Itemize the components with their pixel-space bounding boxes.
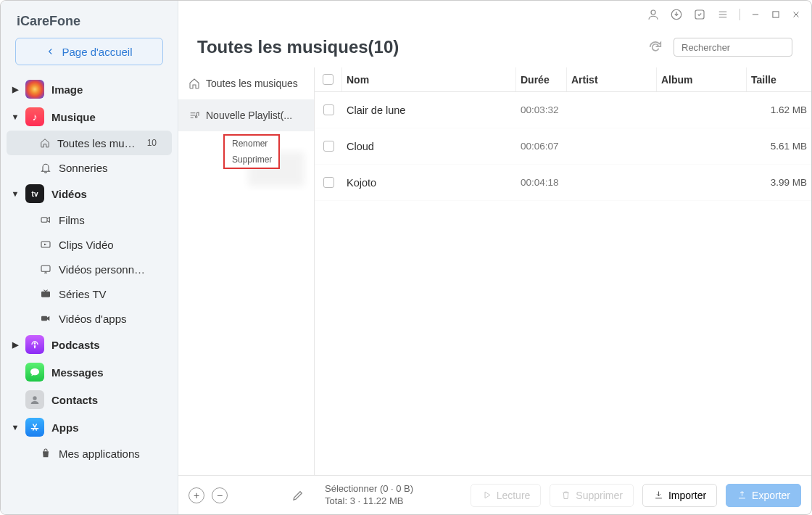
table-header: Nom Durée Artist Album Taille — [315, 67, 811, 92]
search-input[interactable] — [682, 42, 803, 53]
footer: + − Sélectionner (0 · 0 B) Total: 3 · 11… — [178, 475, 811, 514]
feedback-icon[interactable] — [693, 8, 706, 21]
search-box[interactable] — [674, 38, 792, 57]
close-icon[interactable] — [791, 9, 801, 20]
edit-icon[interactable] — [291, 489, 304, 502]
col-album[interactable]: Album — [657, 67, 747, 91]
col-nom[interactable]: Nom — [342, 67, 516, 91]
sidebar-item-videos-perso[interactable]: Vidéos personnell... — [1, 257, 178, 281]
table-body: Clair de lune00:03:321.62 MBCloud00:06:0… — [315, 92, 811, 475]
sidebar-item-series[interactable]: Séries TV — [1, 281, 178, 306]
table-row[interactable]: Clair de lune00:03:321.62 MB — [315, 92, 811, 128]
count-badge: 10 — [144, 138, 160, 148]
page-title: Toutes les musiques(10) — [197, 37, 399, 57]
play-icon — [481, 490, 492, 500]
export-button[interactable]: Exporter — [726, 484, 801, 507]
button-label: Lecture — [497, 490, 531, 501]
minimize-icon[interactable] — [750, 9, 761, 20]
sidebar-item-contacts[interactable]: Contacts — [1, 386, 178, 413]
row-checkbox[interactable] — [323, 141, 334, 152]
svg-rect-3 — [41, 292, 50, 297]
home-button[interactable]: Page d'accueil — [15, 38, 163, 65]
download-icon[interactable] — [670, 8, 683, 21]
separator — [740, 9, 740, 20]
import-button[interactable]: Importer — [642, 484, 717, 507]
refresh-icon[interactable] — [647, 39, 663, 55]
svg-point-12 — [195, 116, 197, 118]
button-label: Supprimer — [576, 490, 623, 501]
sidebar-item-films[interactable]: Films — [1, 207, 178, 232]
home-icon — [188, 78, 200, 89]
remove-playlist-button[interactable]: − — [212, 487, 228, 503]
maximize-icon[interactable] — [771, 9, 781, 20]
sidebar-item-apps[interactable]: Apps — [1, 413, 178, 441]
sidebar-item-messages[interactable]: Messages — [1, 358, 178, 386]
content: Toutes les musiques Nouvelle Playlist(..… — [178, 67, 811, 475]
table-row[interactable]: Cloud00:06:075.61 MB — [315, 128, 811, 165]
sidebar-item-videos[interactable]: tv Vidéos — [1, 180, 178, 207]
nav: Image ♪ Musique Toutes les musiq... 10 S… — [1, 75, 178, 514]
sidebar-item-label: Vidéos d'apps — [59, 313, 127, 325]
sidebar-item-label: Clips Vidéo — [59, 239, 114, 251]
sidebar-item-videos-apps[interactable]: Vidéos d'apps — [1, 306, 178, 331]
sidebar-item-label: Films — [59, 214, 85, 226]
sidebar-item-label: Image — [51, 83, 83, 96]
cell-nom: Cloud — [342, 141, 516, 152]
sidebar-item-podcasts[interactable]: Podcasts — [1, 331, 178, 358]
cell-taille: 5.61 MB — [747, 141, 811, 152]
camera-icon — [40, 313, 51, 324]
play-button[interactable]: Lecture — [471, 484, 542, 507]
sidebar-item-clips[interactable]: Clips Vidéo — [1, 232, 178, 257]
footer-actions: Sélectionner (0 · 0 B) Total: 3 · 11.22 … — [315, 483, 811, 508]
add-playlist-button[interactable]: + — [188, 487, 204, 503]
button-label: Importer — [668, 490, 706, 501]
table-row[interactable]: Kojoto00:04:183.99 MB — [315, 165, 811, 201]
menu-icon[interactable] — [716, 8, 729, 21]
sidebar-item-musique[interactable]: ♪ Musique — [1, 103, 178, 131]
music-icon: ♪ — [25, 107, 44, 126]
bag-icon — [40, 448, 51, 459]
row-checkbox[interactable] — [323, 104, 334, 115]
sidebar-item-sonneries[interactable]: Sonneries — [1, 155, 178, 180]
camera-icon — [40, 214, 51, 226]
sidebar-item-label: Mes applications — [59, 448, 140, 460]
cell-nom: Clair de lune — [342, 104, 516, 116]
app-title: iCareFone — [1, 1, 178, 38]
export-icon — [737, 490, 747, 500]
expand-icon — [12, 340, 18, 350]
clip-icon — [40, 239, 51, 250]
col-artist[interactable]: Artist — [567, 67, 657, 91]
col-duree[interactable]: Durée — [516, 67, 567, 91]
appstore-icon — [25, 418, 44, 437]
podcasts-icon — [25, 335, 44, 354]
row-checkbox[interactable] — [323, 177, 334, 188]
home-icon — [40, 137, 50, 149]
user-icon[interactable] — [647, 8, 660, 21]
titlebar — [647, 8, 801, 21]
context-menu-rename[interactable]: Renomer — [225, 136, 278, 152]
sidebar-item-mes-apps[interactable]: Mes applications — [1, 441, 178, 466]
delete-button[interactable]: Supprimer — [550, 484, 634, 507]
cell-duree: 00:06:07 — [516, 141, 567, 152]
contacts-icon — [25, 390, 44, 409]
svg-rect-10 — [773, 12, 779, 17]
photos-icon — [25, 80, 44, 99]
playlist-all-music[interactable]: Toutes les musiques — [178, 67, 314, 99]
col-taille[interactable]: Taille — [747, 67, 811, 91]
sidebar-item-label: Contacts — [51, 394, 98, 406]
sidebar: iCareFone Page d'accueil Image ♪ Musique… — [1, 1, 178, 514]
sidebar-item-all-music[interactable]: Toutes les musiq... 10 — [7, 131, 172, 155]
appletv-icon: tv — [25, 184, 44, 203]
sidebar-item-image[interactable]: Image — [1, 75, 178, 103]
cell-duree: 00:03:32 — [516, 104, 567, 115]
selection-text: Sélectionner (0 · 0 B) — [325, 483, 413, 495]
context-menu-delete[interactable]: Supprimer — [225, 152, 278, 168]
sidebar-item-label: Podcasts — [51, 339, 100, 351]
playlist-item-label: Nouvelle Playlist(... — [206, 110, 292, 121]
import-icon — [653, 490, 664, 500]
back-arrow-icon — [46, 46, 56, 57]
select-all-checkbox[interactable] — [323, 74, 334, 85]
playlist-new[interactable]: Nouvelle Playlist(... — [178, 99, 314, 131]
svg-rect-2 — [41, 265, 50, 271]
collapse-icon — [12, 112, 18, 121]
